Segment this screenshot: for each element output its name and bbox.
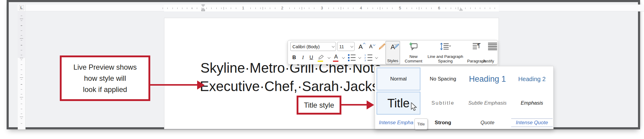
bold-button[interactable]: B	[290, 53, 298, 62]
ruler-number-5: 5	[397, 5, 403, 11]
highlight-color-dropdown[interactable]	[326, 53, 331, 62]
bullets-icon	[348, 54, 356, 61]
callout-text-line: how style will	[84, 73, 126, 84]
line-paragraph-spacing-button[interactable]: Line and Paragraph Spacing	[426, 41, 465, 64]
font-color-button[interactable]: A	[332, 53, 340, 62]
styles-button-label: Styles	[387, 58, 398, 64]
title-style-arrow-line	[341, 104, 367, 106]
chevron-down-icon	[327, 56, 330, 59]
style-option-normal[interactable]: Normal	[377, 68, 420, 90]
style-option-intense-emphasis[interactable]: Intense Empha	[377, 116, 420, 129]
title-style-arrow-head	[367, 100, 374, 109]
new-comment-label-1: New	[409, 54, 417, 59]
callout-text-line: look if applied	[83, 84, 127, 95]
font-size-combobox[interactable]: 11	[337, 42, 355, 51]
title-style-callout: Title style	[297, 96, 341, 115]
spacing-label-2: Spacing	[438, 59, 453, 63]
chevron-down-icon	[375, 56, 378, 59]
word-window-frame: L 1 2 3 4 5 6	[7, 0, 640, 129]
italic-button[interactable]: I	[299, 53, 307, 62]
hanging-indent-marker[interactable]	[201, 8, 205, 11]
tab-selector-button[interactable]: L	[19, 5, 24, 10]
first-line-indent-marker[interactable]	[201, 5, 205, 7]
numbering-dropdown[interactable]	[374, 53, 378, 62]
ruler-number-4: 4	[358, 5, 364, 11]
shrink-font-icon: A	[369, 44, 372, 49]
mouse-cursor-icon	[411, 103, 418, 112]
live-preview-arrow-line	[150, 84, 198, 86]
font-color-dropdown[interactable]	[341, 53, 345, 62]
font-color-strip	[333, 61, 338, 62]
style-option-no-spacing[interactable]: No Spacing	[421, 68, 465, 90]
title-tooltip: Title	[414, 118, 428, 129]
spacing-label-1: Line and Paragraph	[428, 54, 463, 59]
mini-toolbar: Calibri (Body) 11 A A B	[288, 40, 498, 65]
highlight-color-strip	[318, 61, 323, 62]
live-preview-arrow-head	[197, 81, 205, 90]
style-option-emphasis[interactable]: Emphasis	[510, 92, 554, 115]
bullets-dropdown[interactable]	[357, 53, 361, 62]
callout-text-line: Title style	[304, 101, 334, 109]
justify-icon	[487, 43, 498, 50]
line-spacing-icon	[440, 43, 451, 50]
tooltip-text: Title	[417, 122, 425, 126]
styles-button[interactable]: A Styles	[386, 41, 400, 64]
style-option-heading-2[interactable]: Heading 2	[510, 68, 554, 90]
style-option-heading-1[interactable]: Heading 1	[465, 68, 509, 90]
grow-font-button[interactable]: A	[356, 42, 367, 51]
style-option-quote[interactable]: Quote	[465, 116, 509, 129]
style-option-subtle-emphasis[interactable]: Subtle Emphasis	[465, 92, 509, 115]
screenshot-stage: L 1 2 3 4 5 6	[0, 0, 644, 139]
numbering-icon: 1 2 3	[364, 54, 372, 61]
numbering-button[interactable]: 1 2 3	[363, 53, 373, 62]
ruler-corner: L	[18, 5, 26, 11]
underline-button[interactable]: U	[308, 53, 315, 62]
bullets-button[interactable]	[347, 53, 356, 62]
live-preview-callout: Live Preview shows how style will look i…	[60, 55, 150, 101]
highlight-color-button[interactable]	[316, 53, 326, 62]
document-line-2[interactable]: Executive·Chef,·Sarah·Jackson	[200, 78, 394, 94]
intense-quote-label: Intense Quote	[511, 118, 553, 127]
caret-up-icon	[363, 43, 365, 45]
style-option-subtitle[interactable]: Subtitle	[421, 92, 465, 115]
justify-button-label: Justify	[483, 59, 494, 64]
ruler-number-3: 3	[319, 5, 325, 11]
ruler-number-1: 1	[240, 5, 246, 11]
chevron-down-icon	[332, 45, 335, 48]
pilcrow-glyph: ¶	[477, 43, 480, 49]
shrink-font-button[interactable]: A	[367, 42, 376, 51]
format-painter-icon	[378, 43, 386, 50]
font-size-value: 11	[339, 44, 344, 49]
font-name-value: Calibri (Body)	[292, 44, 320, 49]
chevron-down-icon	[342, 56, 345, 59]
highlighter-icon	[318, 55, 324, 60]
font-name-combobox[interactable]: Calibri (Body)	[290, 42, 336, 51]
chevron-down-icon	[350, 45, 353, 48]
chevron-down-icon	[358, 56, 361, 59]
horizontal-ruler[interactable]: 1 2 3 4 5 6	[26, 5, 644, 11]
right-indent-marker[interactable]	[459, 8, 463, 11]
vertical-ruler[interactable]	[18, 11, 26, 129]
grow-font-icon: A	[359, 44, 363, 49]
callout-text-line: Live Preview shows	[73, 62, 137, 73]
styles-gallery: Normal No Spacing Heading 1 Heading 2 Ti…	[375, 66, 554, 129]
new-comment-button[interactable]: New Comment	[402, 41, 425, 64]
caret-down-icon	[373, 43, 375, 46]
new-comment-icon	[409, 42, 418, 51]
style-option-intense-quote[interactable]: Intense Quote	[510, 116, 554, 129]
vertical-ruler-half-ticks	[20, 19, 23, 129]
justify-button[interactable]: Justify	[488, 41, 497, 64]
ruler-number-2: 2	[279, 5, 285, 11]
new-comment-label-2: Comment	[405, 59, 423, 63]
font-color-icon: A	[334, 54, 338, 60]
ruler-number-6: 6	[436, 5, 442, 11]
